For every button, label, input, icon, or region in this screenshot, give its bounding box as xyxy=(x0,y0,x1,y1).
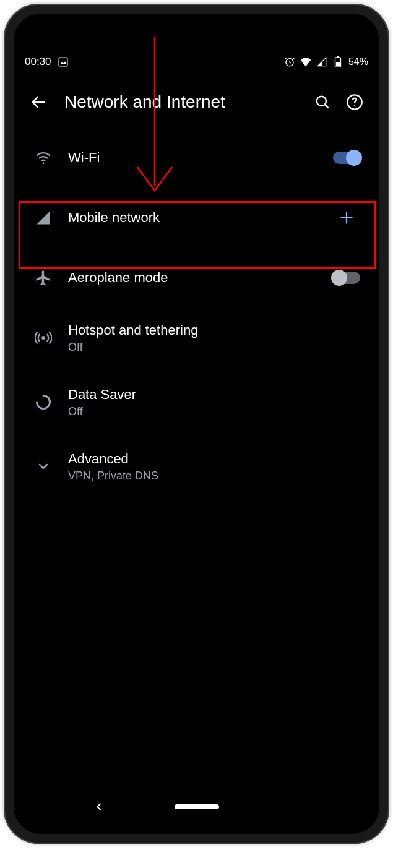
row-wifi-body: Wi-Fi xyxy=(62,150,325,166)
row-hotspot-title: Hotspot and tethering xyxy=(68,322,368,338)
row-mobile-title: Mobile network xyxy=(68,210,325,226)
back-button[interactable] xyxy=(25,88,52,116)
row-hotspot-body: Hotspot and tethering Off xyxy=(62,322,368,354)
battery-icon xyxy=(332,56,343,67)
nav-home-pill[interactable] xyxy=(175,804,219,809)
row-aeroplane-body: Aeroplane mode xyxy=(62,270,325,286)
status-left: 00:30 xyxy=(25,56,69,68)
svg-point-8 xyxy=(354,105,355,106)
chevron-left-icon xyxy=(94,801,104,813)
row-hotspot[interactable]: Hotspot and tethering Off xyxy=(14,306,379,370)
wifi-icon xyxy=(25,149,62,166)
phone-frame: 00:30 xyxy=(4,4,389,844)
android-navbar xyxy=(14,791,379,823)
help-icon xyxy=(346,93,363,111)
phone-inner: 00:30 xyxy=(14,14,379,834)
row-aeroplane-title: Aeroplane mode xyxy=(68,270,325,286)
row-advanced[interactable]: Advanced VPN, Private DNS xyxy=(14,434,379,499)
airplane-icon xyxy=(25,269,62,286)
row-datasaver-title: Data Saver xyxy=(68,387,368,403)
nav-back-button[interactable] xyxy=(94,801,104,815)
row-advanced-sub: VPN, Private DNS xyxy=(68,470,368,483)
svg-marker-1 xyxy=(60,61,67,64)
row-advanced-body: Advanced VPN, Private DNS xyxy=(62,451,368,483)
status-right: 54% xyxy=(284,56,368,67)
datasaver-icon xyxy=(25,393,62,411)
row-aeroplane[interactable]: Aeroplane mode xyxy=(14,250,379,306)
alarm-icon xyxy=(284,56,295,67)
page-title: Network and Internet xyxy=(64,92,304,112)
plus-icon xyxy=(339,210,355,226)
search-icon xyxy=(314,94,330,110)
arrow-left-icon xyxy=(30,93,47,111)
chevron-down-icon xyxy=(25,459,62,474)
row-wifi-title: Wi-Fi xyxy=(68,150,325,166)
search-button[interactable] xyxy=(309,88,336,116)
image-icon xyxy=(58,56,69,67)
status-time: 00:30 xyxy=(25,56,51,68)
app-header: Network and Internet xyxy=(14,74,379,130)
battery-percent: 54% xyxy=(348,56,368,67)
svg-point-10 xyxy=(41,336,45,340)
row-mobile-network[interactable]: Mobile network xyxy=(14,186,379,250)
hotspot-icon xyxy=(25,329,62,346)
wifi-status-icon xyxy=(300,56,311,67)
svg-point-9 xyxy=(43,162,45,164)
aeroplane-toggle-area[interactable] xyxy=(325,272,368,284)
settings-list: Wi-Fi Mobile network xyxy=(14,130,379,499)
screen: 00:30 xyxy=(14,49,379,823)
add-mobile-network-button[interactable] xyxy=(325,210,368,226)
row-advanced-title: Advanced xyxy=(68,451,368,467)
wifi-toggle-area[interactable] xyxy=(325,152,368,164)
row-wifi[interactable]: Wi-Fi xyxy=(14,130,379,186)
svg-rect-5 xyxy=(336,62,340,66)
cellular-icon xyxy=(25,209,62,226)
cellular-status-icon xyxy=(316,56,327,67)
row-datasaver-body: Data Saver Off xyxy=(62,387,368,418)
row-mobile-body: Mobile network xyxy=(62,210,325,226)
wifi-toggle[interactable] xyxy=(333,152,360,164)
svg-rect-4 xyxy=(337,56,339,58)
aeroplane-toggle[interactable] xyxy=(333,272,360,284)
row-datasaver-sub: Off xyxy=(68,405,368,418)
row-hotspot-sub: Off xyxy=(68,341,368,354)
status-bar: 00:30 xyxy=(14,49,379,74)
svg-rect-0 xyxy=(59,58,67,66)
row-datasaver[interactable]: Data Saver Off xyxy=(14,370,379,434)
svg-point-6 xyxy=(317,97,326,106)
help-button[interactable] xyxy=(341,88,368,116)
